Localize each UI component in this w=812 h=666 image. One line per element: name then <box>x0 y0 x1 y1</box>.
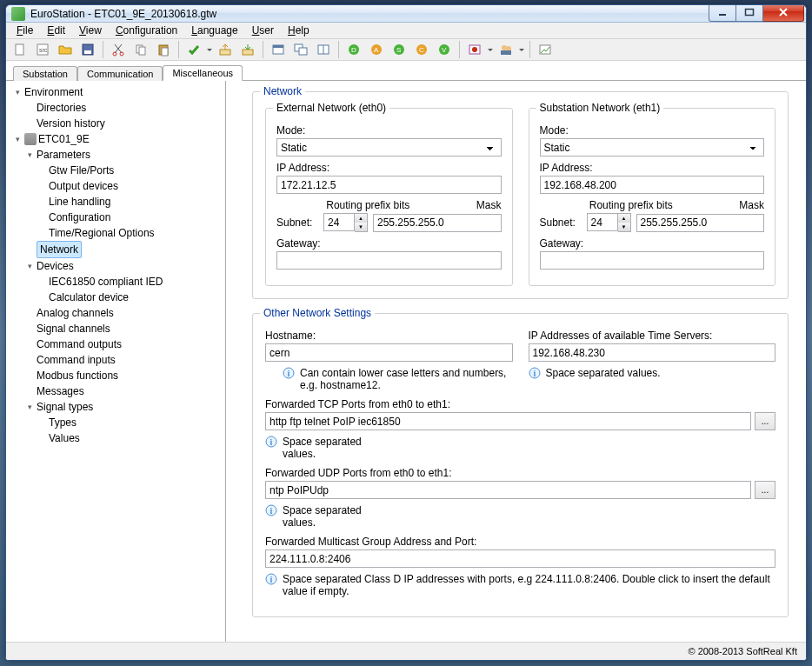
ts-input[interactable] <box>529 343 776 362</box>
menu-file[interactable]: File <box>10 23 40 38</box>
paste-icon[interactable] <box>153 39 174 60</box>
tree-network[interactable]: Network <box>37 241 82 258</box>
expand-icon[interactable]: ▾ <box>25 150 35 160</box>
tree-configuration[interactable]: Configuration <box>49 210 110 225</box>
tree-analog[interactable]: Analog channels <box>37 305 114 321</box>
menu-user[interactable]: User <box>245 23 281 38</box>
check-dropdown[interactable] <box>206 40 213 59</box>
eth1-prefix-input[interactable] <box>587 213 618 231</box>
tree-parameters[interactable]: Parameters <box>37 147 90 163</box>
play-v-icon[interactable]: V <box>434 39 455 60</box>
tree-messages[interactable]: Messages <box>37 383 84 399</box>
users-icon[interactable] <box>496 39 516 60</box>
window1-icon[interactable] <box>268 39 289 60</box>
play-a-icon[interactable]: A <box>366 39 387 60</box>
expand-icon[interactable]: ▾ <box>25 403 35 412</box>
menu-help[interactable]: Help <box>281 23 316 38</box>
close-button[interactable] <box>763 4 804 22</box>
eth1-legend: Substation Network (eth1) <box>536 102 664 114</box>
svg-rect-13 <box>220 50 230 55</box>
eth0-mode-select[interactable]: Static <box>276 138 502 157</box>
tree-signal-types[interactable]: Signal types <box>37 399 93 415</box>
tree-directories[interactable]: Directories <box>37 100 86 116</box>
users-dropdown[interactable] <box>518 40 525 59</box>
record-icon[interactable] <box>464 39 485 60</box>
tab-substation[interactable]: Substation <box>13 66 77 81</box>
tree-devices[interactable]: Devices <box>37 258 74 274</box>
tab-communication[interactable]: Communication <box>77 66 163 81</box>
svg-text:S: S <box>396 46 401 54</box>
tree-iec61850[interactable]: IEC61850 compliant IED <box>49 274 163 290</box>
expand-icon[interactable]: ▾ <box>13 88 23 97</box>
import-icon[interactable] <box>237 39 258 60</box>
svg-point-32 <box>472 47 477 52</box>
group-other-legend: Other Network Settings <box>260 307 375 319</box>
split: ▾Environment ·Directories ·Version histo… <box>6 81 806 642</box>
check-icon[interactable] <box>183 39 204 60</box>
status-text: © 2008-2013 SoftReal Kft <box>688 646 797 656</box>
open-icon[interactable] <box>55 39 76 60</box>
tab-miscellaneous[interactable]: Miscellaneous <box>163 65 243 81</box>
play-d-icon[interactable]: D <box>343 39 364 60</box>
eth0-gw-input[interactable] <box>276 251 502 270</box>
eth1-gw-input[interactable] <box>540 251 765 270</box>
cut-icon[interactable] <box>108 39 129 60</box>
tree-cmd-out[interactable]: Command outputs <box>37 336 122 352</box>
eth1-mask-input[interactable] <box>636 214 765 232</box>
tree-signal[interactable]: Signal channels <box>37 321 110 336</box>
tree-modbus[interactable]: Modbus functions <box>37 368 118 383</box>
record-dropdown[interactable] <box>487 40 494 59</box>
menu-edit[interactable]: Edit <box>40 23 72 38</box>
eth1-mode-select[interactable]: Static <box>540 138 765 157</box>
play-s-icon[interactable]: S <box>389 39 409 60</box>
tree-cmd-in[interactable]: Command inputs <box>37 352 116 368</box>
eth0-ip-input[interactable] <box>276 176 502 194</box>
save-icon[interactable] <box>77 39 98 60</box>
eth1-box: Substation Network (eth1) Mode: Static I… <box>529 108 776 286</box>
expand-icon[interactable]: ▾ <box>13 135 23 144</box>
tree-station[interactable]: ETC01_9E <box>38 131 90 147</box>
tree-time-regional[interactable]: Time/Regional Options <box>49 225 155 241</box>
eth0-prefix-input[interactable] <box>323 213 355 231</box>
menu-configuration[interactable]: Configuration <box>109 23 184 38</box>
tree-line-handling[interactable]: Line handling <box>49 194 110 210</box>
udp-input[interactable] <box>265 481 751 499</box>
eth0-mask-input[interactable] <box>373 214 502 232</box>
eth0-prefix-spinner[interactable]: ▲▼ <box>355 213 368 232</box>
mc-input[interactable] <box>265 549 775 568</box>
menu-language[interactable]: Language <box>184 23 244 38</box>
hostname-input[interactable] <box>265 343 513 362</box>
source-icon[interactable]: src <box>32 39 53 60</box>
svg-rect-6 <box>84 50 91 54</box>
tree-values[interactable]: Values <box>49 430 80 446</box>
tabstrip: Substation Communication Miscellaneous <box>6 61 806 81</box>
tcp-input[interactable] <box>265 412 751 430</box>
tree-output-devices[interactable]: Output devices <box>49 178 118 194</box>
window2-icon[interactable] <box>290 39 311 60</box>
tree-types[interactable]: Types <box>49 415 77 430</box>
tree-environment[interactable]: Environment <box>24 84 83 100</box>
udp-browse-button[interactable]: ... <box>755 481 775 499</box>
svg-text:i: i <box>270 437 273 447</box>
eth1-prefix-spinner[interactable]: ▲▼ <box>618 213 631 232</box>
copy-icon[interactable] <box>130 39 151 60</box>
settings-icon[interactable] <box>535 39 556 60</box>
window3-icon[interactable] <box>313 39 334 60</box>
maximize-button[interactable] <box>736 4 763 22</box>
tree[interactable]: ▾Environment ·Directories ·Version histo… <box>6 81 226 642</box>
tcp-browse-button[interactable]: ... <box>755 412 775 430</box>
new-icon[interactable] <box>10 39 30 60</box>
client-area: Substation Communication Miscellaneous ▾… <box>6 61 806 660</box>
eth1-ip-input[interactable] <box>540 176 765 194</box>
play-c-icon[interactable]: C <box>411 39 432 60</box>
svg-rect-2 <box>16 44 23 55</box>
expand-icon[interactable]: ▾ <box>25 262 35 271</box>
minimize-button[interactable] <box>709 4 736 22</box>
export-icon[interactable] <box>215 39 236 60</box>
tree-gtw-file-ports[interactable]: Gtw File/Ports <box>49 163 114 178</box>
tree-calculator[interactable]: Calculator device <box>49 290 129 305</box>
tree-version-history[interactable]: Version history <box>37 116 105 131</box>
titlebar[interactable]: EuroStation - ETC01_9E_20130618.gtw <box>6 5 806 23</box>
menu-view[interactable]: View <box>72 23 109 38</box>
mc-label: Forwarded Multicast Group Address and Po… <box>265 536 775 548</box>
